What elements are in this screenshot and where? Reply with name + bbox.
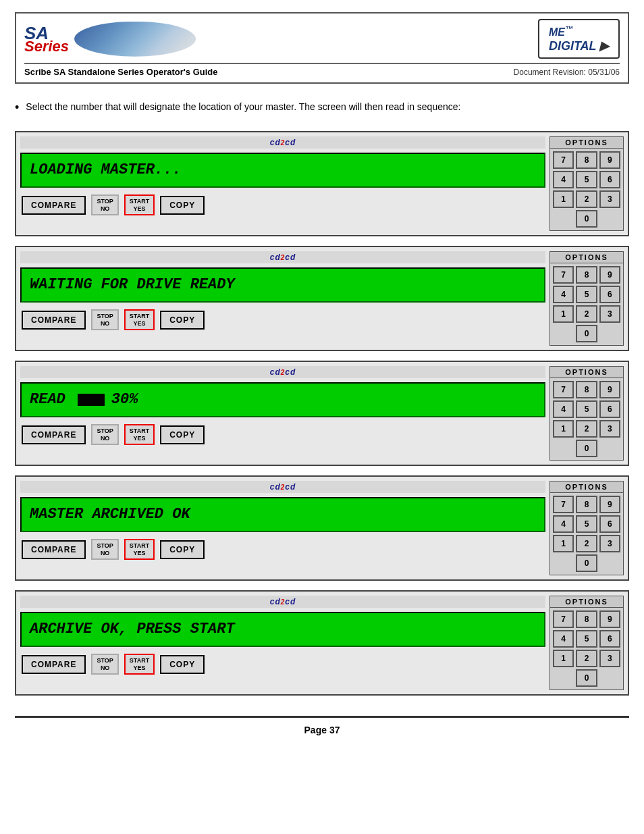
doc-revision: Document Revision: 05/31/06: [514, 68, 620, 77]
opt-6-2[interactable]: 6: [599, 286, 620, 303]
opt-6-3[interactable]: 6: [599, 400, 620, 418]
opt-9-4[interactable]: 9: [599, 496, 620, 513]
options-label-3: OPTIONS: [550, 367, 623, 378]
device-display-left-4: cd2cd MASTER ARCHIVED OK COMPARE STOP NO…: [20, 481, 545, 575]
opt-4-2[interactable]: 4: [553, 286, 574, 303]
compare-button-3[interactable]: COMPARE: [22, 425, 86, 444]
start-button-5[interactable]: START YES: [124, 654, 155, 675]
opt-8-1[interactable]: 8: [576, 151, 597, 169]
opt-4-1[interactable]: 4: [553, 171, 574, 188]
panel-waiting-drive: cd2cd WAITING FOR DRIVE READY COMPARE ST…: [15, 246, 629, 351]
opt-1-3[interactable]: 1: [553, 420, 574, 438]
copy-button-5[interactable]: COPY: [160, 655, 205, 674]
opt-2-3[interactable]: 2: [576, 420, 597, 438]
opt-3-3[interactable]: 3: [599, 420, 620, 438]
page-footer: Page 37: [15, 716, 629, 735]
start-button-4[interactable]: START YES: [124, 539, 155, 561]
compare-button-2[interactable]: COMPARE: [22, 311, 86, 330]
opt-6-1[interactable]: 6: [599, 171, 620, 188]
stop-button-1[interactable]: STOP NO: [91, 194, 118, 216]
opt-1-5[interactable]: 1: [553, 650, 574, 667]
opt-0-4[interactable]: 0: [576, 554, 597, 572]
opt-3-2[interactable]: 3: [599, 305, 620, 323]
options-panel-1: OPTIONS 7 8 9 4 5 6 1 2 3 0: [549, 136, 624, 231]
opt-8-3[interactable]: 8: [576, 381, 597, 398]
opt-9-1[interactable]: 9: [599, 151, 620, 169]
options-panel-2: OPTIONS 7 8 9 4 5 6 1 2 3 0: [549, 251, 624, 346]
stop-button-2[interactable]: STOP NO: [91, 309, 118, 331]
compare-button-5[interactable]: COMPARE: [22, 655, 86, 674]
opt-6-4[interactable]: 6: [599, 515, 620, 533]
opt-5-5[interactable]: 5: [576, 630, 597, 648]
opt-8-2[interactable]: 8: [576, 266, 597, 284]
guide-title: Scribe SA Standalone Series Operator's G…: [24, 67, 218, 77]
copy-button-2[interactable]: COPY: [160, 311, 205, 330]
opt-3-1[interactable]: 3: [599, 190, 620, 208]
brand-cd2cd-4: cd2cd: [20, 481, 545, 493]
start-button-1[interactable]: START YES: [124, 194, 155, 216]
stop-button-4[interactable]: STOP NO: [91, 539, 118, 561]
opt-0-5[interactable]: 0: [576, 669, 597, 687]
page-number: Page 37: [304, 725, 340, 735]
opt-0-1[interactable]: 0: [576, 210, 597, 228]
opt-7-2[interactable]: 7: [553, 266, 574, 284]
button-row-1: COMPARE STOP NO START YES COPY: [20, 192, 545, 219]
opt-5-2[interactable]: 5: [576, 286, 597, 303]
stop-button-3[interactable]: STOP NO: [91, 424, 118, 446]
opt-2-5[interactable]: 2: [576, 650, 597, 667]
opt-1-1[interactable]: 1: [553, 190, 574, 208]
opt-2-2[interactable]: 2: [576, 305, 597, 323]
opt-1-4[interactable]: 1: [553, 535, 574, 552]
device-display-left: cd2cd LOADING MASTER... COMPARE STOP NO …: [20, 136, 545, 231]
copy-button-1[interactable]: COPY: [160, 196, 205, 215]
opt-4-4[interactable]: 4: [553, 515, 574, 533]
opt-8-4[interactable]: 8: [576, 496, 597, 513]
instruction-body: Select the number that will designate th…: [26, 100, 460, 114]
options-label-5: OPTIONS: [550, 596, 623, 608]
options-panel-4: OPTIONS 7 8 9 4 5 6 1 2 3 0: [549, 481, 624, 575]
opt-3-4[interactable]: 3: [599, 535, 620, 552]
page-header: SA Series ME™ DIGITAL ▶ Scribe SA Standa…: [15, 12, 629, 84]
stop-button-5[interactable]: STOP NO: [91, 654, 118, 675]
opt-9-2[interactable]: 9: [599, 266, 620, 284]
opt-2-1[interactable]: 2: [576, 190, 597, 208]
opt-7-3[interactable]: 7: [553, 381, 574, 398]
opt-3-5[interactable]: 3: [599, 650, 620, 667]
screen-archive-ok: ARCHIVE OK, PRESS START: [20, 612, 545, 647]
brand-cd2cd-3: cd2cd: [20, 366, 545, 378]
opt-4-3[interactable]: 4: [553, 400, 574, 418]
compare-button-1[interactable]: COMPARE: [22, 196, 86, 215]
options-panel-5: OPTIONS 7 8 9 4 5 6 1 2 3 0: [549, 596, 624, 690]
opt-0-3[interactable]: 0: [576, 440, 597, 457]
options-panel-3: OPTIONS 7 8 9 4 5 6 1 2 3 0: [549, 366, 624, 461]
page-content: • Select the number that will designate …: [15, 100, 629, 695]
opt-9-5[interactable]: 9: [599, 610, 620, 628]
logo-wave-graphic: [74, 22, 196, 57]
opt-8-5[interactable]: 8: [576, 610, 597, 628]
opt-0-2[interactable]: 0: [576, 325, 597, 342]
compare-button-4[interactable]: COMPARE: [22, 540, 86, 559]
opt-7-5[interactable]: 7: [553, 610, 574, 628]
button-row-3: COMPARE STOP NO START YES COPY: [20, 421, 545, 448]
opt-2-4[interactable]: 2: [576, 535, 597, 552]
options-label-2: OPTIONS: [550, 252, 623, 263]
opt-4-5[interactable]: 4: [553, 630, 574, 648]
opt-5-4[interactable]: 5: [576, 515, 597, 533]
opt-9-3[interactable]: 9: [599, 381, 620, 398]
screen-loading-master: LOADING MASTER...: [20, 153, 545, 188]
start-button-2[interactable]: START YES: [124, 309, 155, 331]
copy-button-4[interactable]: COPY: [160, 540, 205, 559]
opt-7-4[interactable]: 7: [553, 496, 574, 513]
device-display-left-2: cd2cd WAITING FOR DRIVE READY COMPARE ST…: [20, 251, 545, 346]
progress-bar-fill: [78, 394, 105, 406]
opt-6-5[interactable]: 6: [599, 630, 620, 648]
opt-1-2[interactable]: 1: [553, 305, 574, 323]
brand-cd2cd-1: cd2cd: [20, 136, 545, 149]
opt-5-1[interactable]: 5: [576, 171, 597, 188]
copy-button-3[interactable]: COPY: [160, 425, 205, 444]
options-grid-4: 7 8 9 4 5 6 1 2 3 0: [550, 493, 623, 575]
screen-waiting-drive: WAITING FOR DRIVE READY: [20, 267, 545, 303]
opt-7-1[interactable]: 7: [553, 151, 574, 169]
start-button-3[interactable]: START YES: [124, 424, 155, 446]
opt-5-3[interactable]: 5: [576, 400, 597, 418]
